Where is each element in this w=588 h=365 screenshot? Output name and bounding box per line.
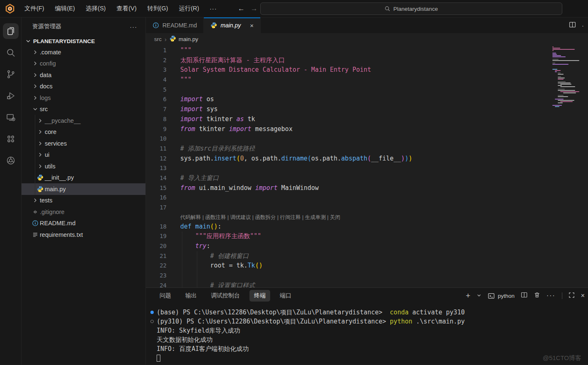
tree-item-main-py[interactable]: main.py: [22, 183, 145, 195]
terminal-line: INFO: 百度AI客户端初始化成功: [146, 344, 588, 353]
panel-tab-终端[interactable]: 终端: [249, 290, 270, 302]
menu-more-button[interactable]: ···: [205, 3, 222, 14]
menu-item-3[interactable]: 查看(V): [111, 2, 142, 15]
split-terminal-icon[interactable]: [521, 292, 528, 300]
line-number: 12: [146, 154, 167, 164]
panel-tab-调试控制台[interactable]: 调试控制台: [206, 290, 244, 302]
python-file-icon: [36, 186, 44, 192]
project-section-header[interactable]: PLANETARYDISTANCE: [22, 34, 145, 46]
tree-item-tests[interactable]: tests: [22, 195, 145, 207]
code-line-11: 11# 添加src目录到系统路径: [146, 144, 588, 154]
line-number: 4: [146, 75, 167, 85]
codelens-actions[interactable]: 代码解释 | 函数注释 | 调优建议 | 函数拆分 | 行间注释 | 生成单测 …: [146, 213, 588, 222]
tree-item-label: docs: [40, 83, 53, 90]
tree-item--comate[interactable]: .comate: [22, 46, 145, 58]
run-debug-icon[interactable]: [0, 85, 22, 107]
menu-item-0[interactable]: 文件(F): [19, 2, 50, 15]
breadcrumb[interactable]: src › main.py: [146, 33, 588, 45]
minimap[interactable]: [552, 46, 587, 107]
tree-item-logs[interactable]: logs: [22, 92, 145, 104]
tree-item-requirements-txt[interactable]: requirements.txt: [22, 229, 145, 241]
tree-item-readme-md[interactable]: README.md: [22, 218, 145, 229]
tree-item-label: ui: [45, 151, 49, 158]
git-file-icon: [31, 209, 39, 215]
tree-item-label: src: [40, 106, 48, 112]
tree-item--pycache-[interactable]: __pycache__: [22, 115, 145, 127]
tree-item-docs[interactable]: docs: [22, 81, 145, 92]
panel-tab-端口[interactable]: 端口: [275, 290, 296, 302]
code-line-14: 14# 导入主窗口: [146, 173, 588, 183]
line-number: 18: [146, 222, 167, 232]
extensions-icon[interactable]: [0, 128, 22, 150]
tree-item-label: README.md: [40, 220, 75, 226]
tree-item--init-py[interactable]: __init__.py: [22, 172, 145, 184]
tree-item-label: requirements.txt: [40, 231, 83, 238]
tree-item-config[interactable]: config: [22, 58, 145, 70]
tree-item-ui[interactable]: ui: [22, 149, 145, 161]
chevron-down-icon: [25, 38, 31, 44]
sidebar-title: 资源管理器: [32, 23, 61, 30]
search-view-icon[interactable]: [0, 42, 22, 63]
code-line-12: 12sys.path.insert(0, os.path.dirname(os.…: [146, 154, 588, 164]
menu-item-1[interactable]: 编辑(E): [50, 2, 80, 15]
menu-item-5[interactable]: 运行(R): [173, 2, 204, 15]
menu-item-4[interactable]: 转到(G): [142, 2, 174, 15]
search-icon: [385, 6, 390, 12]
panel-tab-输出[interactable]: 输出: [181, 290, 201, 302]
terminal-output[interactable]: (base) PS C:\Users\12286\Desktop\项目\ZuLu…: [146, 304, 588, 365]
breadcrumb-folder[interactable]: src: [154, 36, 162, 42]
sidebar-more-button[interactable]: ···: [130, 23, 137, 30]
code-line-19: 19 """应用程序主函数""": [146, 231, 588, 241]
source-control-icon[interactable]: [0, 63, 22, 85]
chevron-right-icon: [31, 95, 39, 101]
back-button[interactable]: ←: [238, 5, 245, 13]
split-editor-icon[interactable]: [569, 21, 576, 30]
forward-button[interactable]: →: [251, 5, 258, 13]
tab-readme-md[interactable]: README.md: [146, 17, 204, 33]
explorer-icon[interactable]: [0, 20, 22, 42]
kill-terminal-icon[interactable]: [534, 292, 540, 300]
tree-item-utils[interactable]: utils: [22, 161, 145, 172]
code-line-18: 18def main():: [146, 222, 588, 232]
tree-item-src[interactable]: src: [22, 104, 145, 115]
remote-explorer-icon[interactable]: [0, 107, 22, 128]
menu-item-2[interactable]: 选择(S): [80, 2, 111, 15]
app-logo-icon[interactable]: [5, 4, 15, 14]
panel-more-icon[interactable]: ···: [547, 292, 556, 299]
command-success-indicator[interactable]: [150, 311, 154, 314]
terminal-profile[interactable]: python: [488, 292, 515, 299]
tree-item-data[interactable]: data: [22, 69, 145, 81]
tree-item-label: __pycache__: [45, 117, 80, 124]
tab-main-py[interactable]: main.py×: [204, 17, 261, 33]
close-panel-icon[interactable]: ×: [581, 292, 585, 299]
tree-item--gitignore[interactable]: .gitignore: [22, 206, 145, 218]
tree-item-label: utils: [45, 163, 56, 170]
editor-more-icon[interactable]: ·: [582, 22, 584, 29]
editor-tab-bar: README.mdmain.py× ·: [146, 17, 588, 33]
line-number: 11: [146, 144, 167, 154]
code-editor[interactable]: 1"""2太阳系行星距离计算器 - 主程序入口3Solar System Dis…: [146, 45, 588, 287]
terminal-line: (base) PS C:\Users\12286\Desktop\项目\ZuLu…: [146, 308, 588, 317]
close-tab-icon[interactable]: ×: [250, 22, 254, 29]
tree-item-label: __init__.py: [45, 174, 74, 181]
browser-icon[interactable]: [0, 150, 22, 171]
chevron-right-icon: [31, 197, 39, 204]
tree-item-core[interactable]: core: [22, 127, 145, 138]
info-file-icon: [31, 220, 39, 226]
chevron-right-icon: [36, 117, 44, 124]
tree-item-services[interactable]: services: [22, 138, 145, 149]
maximize-panel-icon[interactable]: [569, 292, 575, 300]
terminal-line: (py310) PS C:\Users\12286\Desktop\项目\ZuL…: [146, 317, 588, 326]
text-file-icon: [31, 231, 39, 238]
terminal-profile-chevron-icon[interactable]: [477, 292, 482, 299]
tree-item-label: .gitignore: [40, 209, 65, 215]
panel-tab-问题[interactable]: 问题: [155, 290, 176, 302]
command-running-indicator[interactable]: [150, 320, 154, 323]
tab-label: main.py: [220, 22, 241, 29]
command-center-search[interactable]: Planetarydistance: [260, 2, 562, 15]
line-number: 16: [146, 193, 167, 203]
new-terminal-button[interactable]: +: [466, 291, 470, 300]
code-line-17: 17: [146, 203, 588, 213]
line-number: 14: [146, 173, 167, 183]
chevron-right-icon: [31, 72, 39, 78]
